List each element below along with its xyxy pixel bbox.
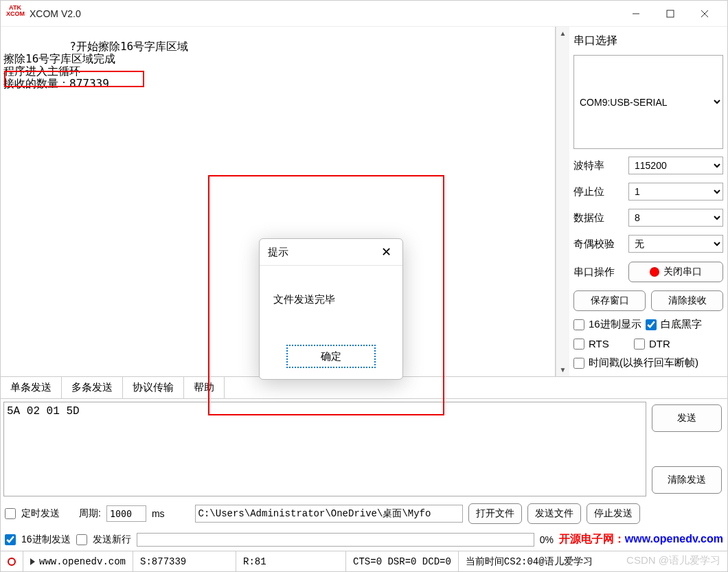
stop-select[interactable]: 1	[628, 183, 723, 201]
svg-rect-1	[667, 10, 674, 17]
options-row-1: 定时发送 周期: ms 打开文件 发送文件 停止发送	[1, 499, 727, 528]
status-sent: S:877339	[133, 551, 236, 571]
hex-display-label: 16进制显示	[589, 318, 641, 331]
data-label: 数据位	[573, 211, 628, 225]
data-select[interactable]: 8	[628, 209, 723, 227]
scroll-down-icon[interactable]: ▼	[558, 365, 568, 375]
receive-text: ?开始擦除16号字库区域 擦除16号字库区域完成 程序进入主循环 接收的数量：8…	[3, 40, 188, 90]
timestamp-label: 时间戳(以换行回车断帧)	[589, 356, 698, 369]
dtr-label: DTR	[649, 338, 670, 350]
statusbar: www.openedv.com S:877339 R:81 CTS=0 DSR=…	[1, 551, 727, 571]
stop-label: 停止位	[573, 185, 628, 198]
rts-check[interactable]	[573, 339, 584, 350]
period-label: 周期:	[79, 507, 101, 520]
portop-label: 串口操作	[573, 266, 628, 279]
right-panel: 串口选择 COM9:USB-SERIAL 波特率115200 停止位1 数据位8…	[569, 27, 727, 376]
tab-help[interactable]: 帮助	[184, 377, 225, 398]
tx-textarea[interactable]: 5A 02 01 5D	[3, 402, 646, 496]
options-row-2: 16进制发送 发送新行 0% 开源电子网：www.openedv.com	[1, 528, 727, 551]
baud-select[interactable]: 115200	[628, 157, 723, 174]
port-select[interactable]: COM9:USB-SERIAL	[573, 55, 723, 149]
send-file-button[interactable]: 发送文件	[527, 503, 581, 524]
bw-label: 白底黑字	[661, 318, 702, 331]
bw-check[interactable]	[646, 319, 657, 330]
status-url: www.openedv.com	[39, 556, 126, 567]
tab-protocol[interactable]: 协议传输	[123, 377, 184, 398]
watermark: CSDN @语儿爱学习	[626, 554, 720, 567]
progress-text: 0%	[540, 534, 554, 545]
app-icon: ATK XCOM	[6, 5, 24, 23]
hex-send-label: 16进制发送	[21, 534, 71, 546]
clear-send-button[interactable]: 清除发送	[652, 466, 722, 494]
progress-bar	[137, 533, 534, 547]
port-toggle-label: 关闭串口	[663, 266, 702, 278]
parity-label: 奇偶校验	[573, 238, 628, 251]
stop-send-button[interactable]: 停止发送	[587, 503, 640, 524]
site-link[interactable]: 开源电子网：www.openedv.com	[559, 532, 723, 547]
scroll-up-icon[interactable]: ▲	[558, 28, 568, 38]
send-newline-check[interactable]	[76, 534, 87, 545]
dialog-ok-button[interactable]: 确定	[286, 345, 376, 368]
clear-rx-button[interactable]: 清除接收	[651, 290, 723, 311]
period-unit: ms	[152, 508, 165, 519]
timed-send-label: 定时发送	[21, 507, 60, 520]
port-toggle-button[interactable]: 关闭串口	[628, 262, 723, 282]
titlebar: ATK XCOM XCOM V2.0	[1, 1, 727, 27]
timed-send-check[interactable]	[5, 508, 16, 519]
send-newline-label: 发送新行	[93, 534, 131, 546]
window-buttons	[619, 1, 722, 27]
open-file-button[interactable]: 打开文件	[468, 503, 522, 524]
hex-send-check[interactable]	[5, 534, 16, 545]
record-icon	[8, 558, 16, 566]
rx-scrollbar[interactable]: ▲ ▼	[556, 27, 569, 376]
minimize-button[interactable]	[619, 1, 653, 27]
dialog-close-button[interactable]: ✕	[378, 244, 394, 260]
parity-select[interactable]: 无	[628, 235, 723, 253]
maximize-button[interactable]	[653, 1, 687, 27]
dtr-check[interactable]	[634, 339, 645, 350]
port-section-title: 串口选择	[573, 34, 723, 48]
app-window: ATK XCOM XCOM V2.0 ?开始擦除16号字库区域 擦除16号字库区…	[0, 0, 728, 572]
app-title: XCOM V2.0	[30, 8, 619, 19]
dialog-message: 文件发送完毕	[273, 293, 335, 306]
baud-label: 波特率	[573, 159, 628, 172]
status-recv: R:81	[236, 551, 346, 571]
port-status-icon	[650, 267, 659, 277]
tx-panel: 5A 02 01 5D 发送 清除发送	[1, 399, 727, 499]
alert-dialog: 提示 ✕ 文件发送完毕 确定	[259, 238, 403, 380]
send-button[interactable]: 发送	[652, 404, 722, 432]
dialog-title: 提示	[268, 246, 378, 259]
hex-display-check[interactable]	[573, 319, 584, 330]
status-lines: CTS=0 DSR=0 DCD=0	[346, 551, 459, 571]
tab-multi-send[interactable]: 多条发送	[62, 377, 123, 398]
timestamp-check[interactable]	[573, 358, 584, 369]
period-input[interactable]	[106, 505, 146, 522]
file-path-input[interactable]	[195, 505, 463, 523]
close-button[interactable]	[687, 1, 722, 27]
save-window-button[interactable]: 保存窗口	[573, 290, 646, 311]
tab-single-send[interactable]: 单条发送	[1, 377, 62, 398]
play-icon	[30, 558, 35, 565]
rts-label: RTS	[589, 338, 630, 350]
